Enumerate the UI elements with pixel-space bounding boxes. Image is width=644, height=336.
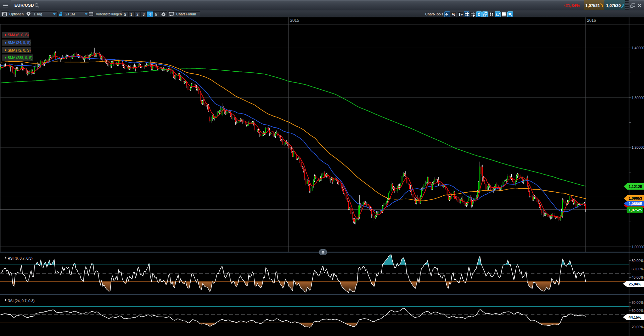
svg-text:1,12125: 1,12125 [629,185,642,189]
svg-text:2016: 2016 [587,18,596,23]
svg-text:60,00%: 60,00% [632,309,644,313]
svg-text:40,00%: 40,00% [632,275,644,279]
svg-text:SMA (288, 0, S): SMA (288, 0, S) [8,56,33,60]
svg-text:80,00%: 80,00% [632,300,644,305]
svg-text:SMA (6, 0, S): SMA (6, 0, S) [8,33,28,37]
svg-text:T: T [461,14,463,17]
svg-text:44,15%: 44,15% [629,315,641,319]
svg-text:SMA (72, 0, S): SMA (72, 0, S) [8,48,30,52]
svg-text:1,00000: 1,00000 [632,245,644,249]
svg-text:SMA (24, 0, S): SMA (24, 0, S) [8,41,30,45]
svg-text:RSI (24, 0.7, 0.3): RSI (24, 0.7, 0.3) [8,299,35,303]
svg-text:60,00%: 60,00% [632,267,644,271]
svg-text:%: % [452,12,455,16]
svg-text:1,30000: 1,30000 [632,96,644,100]
svg-text:80,00%: 80,00% [632,259,644,263]
svg-text:T: T [458,12,461,17]
svg-text:1,08865: 1,08865 [629,202,642,206]
svg-text:RSI (6, 0.7, 0.3): RSI (6, 0.7, 0.3) [8,256,33,260]
svg-text:1,20000: 1,20000 [632,145,644,149]
svg-text:1,07525: 1,07525 [629,208,642,212]
svg-text:2015: 2015 [290,18,299,23]
svg-text:1,09653: 1,09653 [629,196,642,200]
svg-text:20,00%: 20,00% [632,325,644,329]
svg-text:1,40000: 1,40000 [632,46,644,50]
svg-text:25,04%: 25,04% [629,282,641,286]
